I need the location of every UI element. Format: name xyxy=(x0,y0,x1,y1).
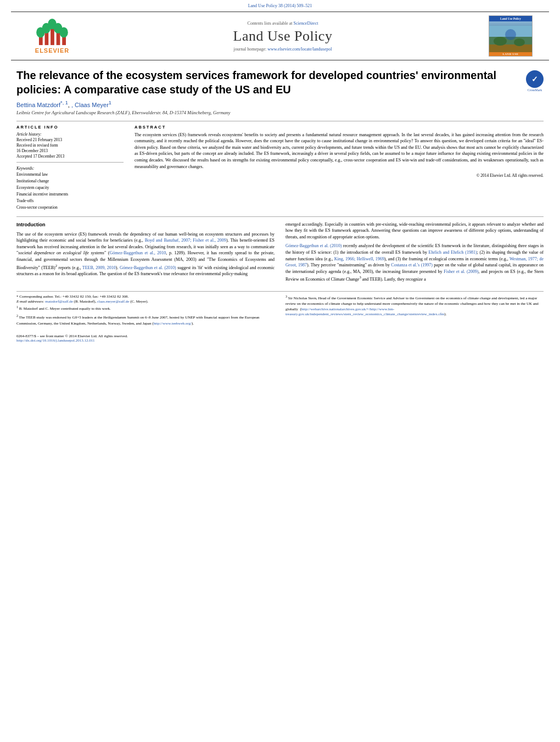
keywords-list: Environmental law Institutional change E… xyxy=(16,171,124,211)
email-meyer[interactable]: claas.meyer@zalf.de xyxy=(97,299,130,304)
author1-super: *, 1 xyxy=(60,100,68,105)
abstract-heading: ABSTRACT xyxy=(135,125,544,130)
keyword-2: Institutional change xyxy=(16,178,124,185)
crossmark-label: CrossMark xyxy=(526,88,544,92)
footnote-col-right: 3 Sir Nicholas Stern, Head of the Govern… xyxy=(285,294,544,327)
author2-link[interactable]: , Claas Meyer1 xyxy=(71,102,111,108)
footer-issn: 0264-8377/$ – see front matter © 2014 El… xyxy=(16,334,544,338)
footnotes-area: * Corresponding author. Tel.: +49 33432 … xyxy=(16,291,544,327)
keywords-label: Keywords: xyxy=(16,166,124,171)
intro-para1: The use of the ecosystem service (ES) fr… xyxy=(16,231,275,277)
page: Land Use Policy 38 (2014) 509–521 ELSEVI… xyxy=(0,0,560,742)
contents-line: Contents lists available at ScienceDirec… xyxy=(77,21,489,26)
abstract-text: The ecosystem services (ES) framework re… xyxy=(135,132,544,170)
footnote-email: E-mail addresses: matzdorf@zalf.de (B. M… xyxy=(16,299,275,305)
keyword-6: Cross-sector cooperation xyxy=(16,204,124,211)
author1-name: Bettina Matzdorf xyxy=(16,102,60,108)
cover-image xyxy=(489,21,532,52)
article-info: ARTICLE INFO Article history: Received 2… xyxy=(16,125,124,211)
ref-gomez2[interactable]: Gómez-Baggethun et al. (2010) xyxy=(120,265,176,270)
article-title: The relevance of the ecosystem services … xyxy=(16,68,520,97)
body-columns: Introduction The use of the ecosystem se… xyxy=(16,216,544,286)
affiliation: Leibniz Centre for Agricultural Landscap… xyxy=(16,110,544,115)
contents-label: Contents lists available at xyxy=(248,21,293,26)
cover-top-text: Land Use Policy xyxy=(489,16,532,21)
footnote-2: 2 The TEEB study was endorsed by G8+5 le… xyxy=(16,314,275,326)
keyword-4: Financial incentive instruments xyxy=(16,191,124,198)
abstract-section: ABSTRACT The ecosystem services (ES) fra… xyxy=(135,125,544,211)
svg-point-9 xyxy=(59,27,68,37)
ref-fisher[interactable]: Fisher et al. (2009) xyxy=(444,269,478,274)
footer-doi[interactable]: http://dx.doi.org/10.1016/j.landusepol.2… xyxy=(16,338,95,343)
homepage-label: journal homepage: xyxy=(234,47,267,52)
revised-date: 16 December 2013 xyxy=(16,148,124,153)
journal-citation: Land Use Policy 38 (2014) 509–521 xyxy=(248,3,312,8)
svg-point-15 xyxy=(514,38,525,46)
ref-ehrlich[interactable]: Ehrlich and Ehrlich (1981) xyxy=(429,250,477,255)
revised-label: Received in revised form xyxy=(16,143,124,148)
keyword-3: Ecosystem capacity xyxy=(16,185,124,191)
elsevier-text: ELSEVIER xyxy=(35,47,69,54)
svg-point-13 xyxy=(505,29,516,40)
body-col-right: emerged accordingly. Especially in count… xyxy=(285,221,544,286)
cover-bottom: LAND USE xyxy=(489,52,532,56)
history-label: Article history: xyxy=(16,132,124,137)
author1-link[interactable]: Bettina Matzdorf*, 1 xyxy=(16,102,68,108)
author2-super: 1 xyxy=(109,100,111,105)
footer: 0264-8377/$ – see front matter © 2014 El… xyxy=(0,332,560,345)
info-divider xyxy=(16,162,124,163)
footnote-col-left: * Corresponding author. Tel.: +49 33432 … xyxy=(16,294,275,327)
authors: Bettina Matzdorf*, 1, , Claas Meyer1 xyxy=(16,100,544,108)
journal-header: ELSEVIER Contents lists available at Sci… xyxy=(11,12,549,60)
crossmark: ✓ CrossMark xyxy=(526,70,544,92)
svg-text:✓: ✓ xyxy=(531,75,538,83)
ref-teeb[interactable]: TEEB, 2009, 2010 xyxy=(82,265,116,270)
article-body: The relevance of the ecosystem services … xyxy=(0,63,560,332)
accepted-date: Accepted 17 December 2013 xyxy=(16,154,124,159)
article-title-section: The relevance of the ecosystem services … xyxy=(16,68,544,97)
journal-center: Contents lists available at ScienceDirec… xyxy=(77,21,489,52)
elsevier-tree-icon xyxy=(36,19,69,46)
teebweb-link[interactable]: http://www.teebweb.org/ xyxy=(154,321,192,326)
ref-king[interactable]: King, 1966; Helliwell, 1969 xyxy=(334,256,384,261)
keyword-1: Environmental law xyxy=(16,171,124,178)
footnote-3: 3 Sir Nicholas Stern, Head of the Govern… xyxy=(285,294,544,318)
svg-rect-12 xyxy=(489,44,532,52)
homepage-line: journal homepage: www.elsevier.com/locat… xyxy=(77,47,489,52)
body-col-left: Introduction The use of the ecosystem se… xyxy=(16,221,275,286)
email-matzdorf[interactable]: matzdorf@zalf.de xyxy=(45,299,73,304)
article-info-heading: ARTICLE INFO xyxy=(16,125,124,130)
footnote-1: 1 B. Matzdorf and C. Meyer contributed e… xyxy=(16,305,275,312)
info-abstract-columns: ARTICLE INFO Article history: Received 2… xyxy=(16,121,544,211)
journal-title: Land Use Policy xyxy=(77,28,489,44)
keyword-5: Trade-offs xyxy=(16,198,124,204)
copyright: © 2014 Elsevier Ltd. All rights reserved… xyxy=(135,173,544,178)
received-date: Received 21 February 2013 xyxy=(16,137,124,142)
stern-review-link[interactable]: http://webarchive.nationalarchives.gov.u… xyxy=(285,307,444,317)
ref-gomez1[interactable]: Gómez-Baggethun et al., 2010 xyxy=(109,250,166,255)
intro-para3: Gómez-Baggethun et al. (2010) recently a… xyxy=(285,243,544,282)
svg-point-14 xyxy=(494,37,507,46)
ref-gomez3[interactable]: Gómez-Baggethun et al. (2010) xyxy=(285,243,341,248)
ref-boyd[interactable]: Boyd and Banzhaf, 2007; Fisher et al., 2… xyxy=(145,238,226,243)
footnote-corresponding: * Corresponding author. Tel.: +49 33432 … xyxy=(16,294,275,300)
ref-costanza[interactable]: Costanza et al.'s (1997) xyxy=(391,263,433,267)
top-bar: Land Use Policy 38 (2014) 509–521 xyxy=(0,0,560,9)
crossmark-icon: ✓ xyxy=(526,70,544,88)
journal-cover: Land Use Policy LAND USE xyxy=(489,15,533,57)
sciencedirect-link[interactable]: ScienceDirect xyxy=(294,21,318,26)
intro-para2: emerged accordingly. Especially in count… xyxy=(285,221,544,241)
author2-name: , Claas Meyer xyxy=(71,102,109,108)
elsevier-logo: ELSEVIER xyxy=(27,19,77,54)
homepage-link[interactable]: www.elsevier.com/locate/landusepol xyxy=(267,47,332,52)
introduction-heading: Introduction xyxy=(16,221,275,228)
